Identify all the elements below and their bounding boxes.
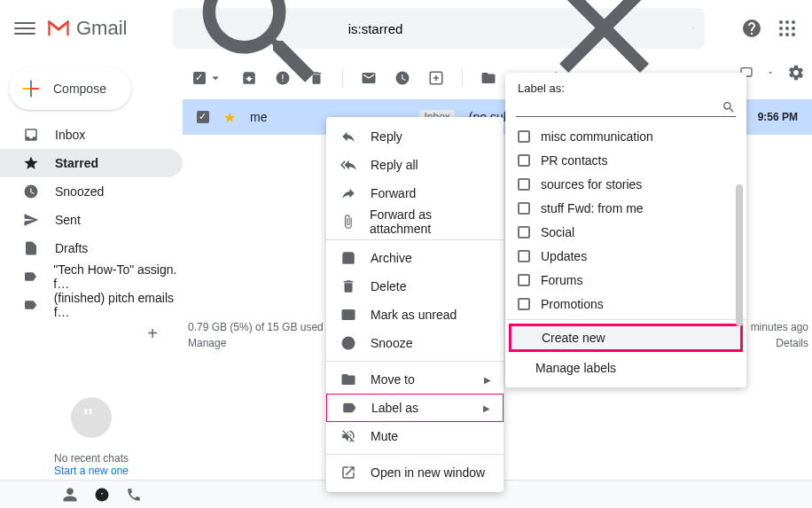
label-menu-title: Label as: <box>505 82 746 100</box>
nav-drafts[interactable]: Drafts <box>0 234 183 262</box>
gmail-logo[interactable]: Gmail <box>46 17 127 40</box>
nav: Inbox Starred Snoozed Sent Drafts "Tech … <box>0 121 183 348</box>
header-right <box>741 18 798 39</box>
ctx-label-as[interactable]: Label as▶ <box>326 394 504 422</box>
nav-sent[interactable]: Sent <box>0 206 183 234</box>
label-menu: Label as: misc communication PR contacts… <box>505 73 746 387</box>
no-recent-chats: No recent chats <box>0 452 183 465</box>
label-search[interactable] <box>516 100 736 117</box>
ctx-forward[interactable]: Forward <box>326 179 504 207</box>
sender: me <box>250 110 267 124</box>
svg-point-6 <box>779 33 783 36</box>
search-dropdown-icon[interactable] <box>691 27 695 30</box>
add-tasks-icon[interactable] <box>428 70 444 86</box>
label-option[interactable]: Updates <box>505 244 746 268</box>
details-link[interactable]: Details <box>751 335 808 351</box>
phone-icon[interactable] <box>126 487 142 503</box>
compose-label: Compose <box>53 82 106 96</box>
svg-point-5 <box>792 27 795 30</box>
apps-icon[interactable] <box>777 18 798 39</box>
svg-point-7 <box>785 33 789 36</box>
ctx-open-new[interactable]: Open in new window <box>326 458 504 487</box>
svg-point-2 <box>792 20 795 24</box>
label-option[interactable]: stuff Fwd: from me <box>505 196 746 220</box>
svg-point-4 <box>785 27 789 30</box>
label-search-input[interactable] <box>516 100 722 114</box>
chevron-down-icon[interactable] <box>766 64 775 82</box>
move-to-icon[interactable] <box>480 70 496 86</box>
storage-info: 0.79 GB (5%) of 15 GB used Manage <box>188 319 324 351</box>
search-input[interactable] <box>348 21 517 36</box>
nav-label-2[interactable]: (finished) pitch emails f… <box>0 291 183 319</box>
label-create-new[interactable]: Create new <box>509 324 743 352</box>
star-icon[interactable]: ★ <box>223 109 236 126</box>
svg-point-0 <box>779 20 783 24</box>
svg-point-1 <box>785 20 789 24</box>
start-chat-link[interactable]: Start a new one <box>0 465 183 477</box>
snooze-icon[interactable] <box>394 70 410 86</box>
select-all-checkbox[interactable] <box>193 70 223 86</box>
ctx-snooze[interactable]: Snooze <box>326 329 504 357</box>
ctx-forward-attachment[interactable]: Forward as attachment <box>326 207 504 236</box>
ctx-mute[interactable]: Mute <box>326 422 504 450</box>
hangouts-icon <box>71 397 112 438</box>
sidebar: Compose Inbox Starred Snoozed Sent Draft… <box>0 57 183 480</box>
archive-icon[interactable] <box>241 70 257 86</box>
label-option[interactable]: Social <box>505 220 746 244</box>
mark-read-icon[interactable] <box>361 70 377 86</box>
label-option[interactable]: Forums <box>505 268 746 292</box>
nav-snoozed[interactable]: Snoozed <box>0 177 183 206</box>
spam-icon[interactable]: ! <box>275 70 291 86</box>
ctx-reply[interactable]: Reply <box>326 122 504 151</box>
svg-point-8 <box>792 33 795 36</box>
ctx-mark-unread[interactable]: Mark as unread <box>326 301 504 329</box>
label-manage[interactable]: Manage labels <box>505 354 746 382</box>
settings-icon[interactable] <box>787 64 805 82</box>
contacts-icon[interactable] <box>62 487 78 503</box>
label-option[interactable]: Promotions <box>505 292 746 316</box>
scrollbar[interactable] <box>736 184 743 326</box>
label-option[interactable]: PR contacts <box>505 148 746 172</box>
svg-point-3 <box>779 27 783 30</box>
more-labels-button[interactable]: + <box>0 319 183 348</box>
delete-icon[interactable] <box>308 70 324 86</box>
svg-text:": " <box>101 491 104 499</box>
svg-text:!: ! <box>282 73 285 83</box>
label-option[interactable]: sources for stories <box>505 172 746 196</box>
nav-starred[interactable]: Starred <box>0 149 183 177</box>
search-bar[interactable] <box>173 8 705 49</box>
compose-button[interactable]: Compose <box>9 67 131 110</box>
hangouts-icon[interactable]: " <box>94 487 110 503</box>
label-option[interactable]: misc communication <box>505 124 746 148</box>
gmail-m-icon <box>46 19 71 38</box>
manage-storage-link[interactable]: Manage <box>188 335 324 351</box>
nav-label-1[interactable]: "Tech How-To" assign. f… <box>0 262 183 291</box>
row-checkbox[interactable] <box>197 111 209 123</box>
header: Gmail <box>0 0 812 57</box>
nav-inbox[interactable]: Inbox <box>0 121 183 149</box>
ctx-move-to[interactable]: Move to▶ <box>326 365 504 394</box>
ctx-reply-all[interactable]: Reply all <box>326 151 504 179</box>
activity-info: minutes ago Details <box>751 319 808 351</box>
msg-time: 9:56 PM <box>758 111 798 123</box>
hamburger-menu[interactable] <box>14 18 35 39</box>
ctx-archive[interactable]: Archive <box>326 244 504 272</box>
toolbar-right <box>739 64 805 82</box>
ctx-delete[interactable]: Delete <box>326 272 504 301</box>
chat-area: No recent chats Start a new one <box>0 397 183 477</box>
help-icon[interactable] <box>741 18 762 39</box>
app-name: Gmail <box>76 17 127 40</box>
compose-plus-icon <box>21 79 41 98</box>
search-icon <box>722 100 736 114</box>
context-menu: Reply Reply all Forward Forward as attac… <box>326 117 504 492</box>
